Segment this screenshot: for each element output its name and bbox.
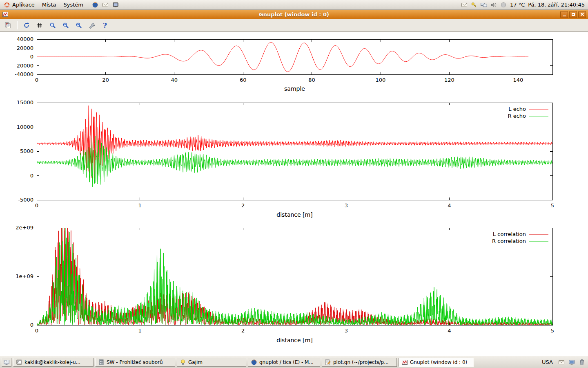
- task-button-gnuplot[interactable]: Gnuplot (window id : 0): [399, 358, 474, 367]
- svg-text:0: 0: [35, 77, 38, 83]
- svg-text:1: 1: [138, 328, 141, 334]
- gnuplot-canvas[interactable]: 020406080100120140-40000-200000200004000…: [0, 32, 588, 356]
- magnifier-icon: [49, 22, 56, 29]
- panel-status-area: 17 °C Pá, 18. září, 21:40:45: [461, 2, 588, 8]
- x-axis-label: distance [m]: [276, 337, 312, 343]
- zoom-in-magnifier-icon: [76, 22, 82, 29]
- svg-text:4: 4: [448, 202, 451, 209]
- ubuntu-logo-icon: [4, 2, 10, 8]
- gnome-bottom-panel: kaklik@kaklik-kolej-u... SW - Prohlížeč …: [0, 356, 588, 368]
- svg-text:-5000: -5000: [18, 197, 33, 203]
- keyboard-layout-indicator[interactable]: USA: [540, 359, 555, 365]
- toggle-grid-button[interactable]: [34, 20, 45, 30]
- svg-text:10000: 10000: [17, 124, 33, 130]
- svg-text:20: 20: [102, 77, 109, 83]
- help-question-icon: ?: [103, 21, 107, 29]
- volume-icon[interactable]: [490, 2, 497, 8]
- menu-system[interactable]: Systém: [60, 0, 87, 9]
- task-label: Gajim: [188, 359, 243, 365]
- show-desktop-icon: [3, 359, 10, 366]
- task-button-text-editor[interactable]: plot.gn (~/projects/p...: [322, 358, 397, 367]
- firefox-launcher-icon[interactable]: [92, 2, 98, 8]
- autoscale-button[interactable]: [47, 20, 58, 30]
- close-button[interactable]: [578, 11, 586, 18]
- series-chirp-signal: [37, 43, 528, 72]
- svg-text:2e+09: 2e+09: [16, 224, 33, 231]
- copy-plot-button[interactable]: [2, 20, 13, 30]
- svg-text:60: 60: [240, 77, 247, 83]
- clock-applet[interactable]: Pá, 18. září, 21:40:45: [528, 2, 585, 8]
- replot-button[interactable]: [21, 20, 32, 30]
- minimize-button[interactable]: [560, 11, 568, 18]
- svg-text:4: 4: [448, 328, 451, 334]
- tray-screen-icon[interactable]: [568, 359, 575, 366]
- task-label: gnuplot / tics (E) - M...: [259, 359, 317, 365]
- zoom-next-button[interactable]: [74, 20, 84, 30]
- task-button-terminal[interactable]: kaklik@kaklik-kolej-u...: [13, 358, 94, 367]
- display-settings-icon[interactable]: [481, 2, 487, 8]
- configure-button[interactable]: [87, 20, 97, 30]
- wrench-icon: [89, 22, 95, 29]
- menu-applications[interactable]: Aplikace: [0, 0, 38, 9]
- x-axis-label: sample: [284, 85, 305, 92]
- temperature-label[interactable]: 17 °C: [510, 2, 525, 8]
- screen-launcher-icon[interactable]: [112, 2, 119, 8]
- task-label: plot.gn (~/projects/p...: [333, 359, 394, 365]
- gajim-lightbulb-icon: [180, 359, 186, 366]
- svg-text:40000: 40000: [17, 36, 33, 42]
- menu-places[interactable]: Místa: [38, 0, 60, 9]
- minimize-icon: [563, 16, 566, 16]
- panel-menus: Aplikace Místa Systém: [0, 0, 119, 9]
- window-controls: [560, 11, 586, 18]
- svg-text:20000: 20000: [17, 45, 33, 51]
- svg-text:-40000: -40000: [15, 71, 33, 77]
- replot-refresh-icon: [23, 22, 30, 29]
- legend-label: R correlation: [492, 238, 526, 244]
- svg-text:15000: 15000: [17, 99, 33, 105]
- svg-text:3: 3: [345, 202, 348, 209]
- task-button-firefox[interactable]: gnuplot / tics (E) - M...: [248, 358, 320, 367]
- svg-text:5: 5: [551, 328, 554, 334]
- svg-text:5: 5: [551, 202, 554, 209]
- series-l-correlation: [37, 228, 552, 325]
- svg-text:0: 0: [35, 202, 38, 209]
- task-button-file-manager[interactable]: SW - Prohlížeč souborů: [95, 358, 175, 367]
- firefox-icon: [251, 359, 257, 366]
- window-title: Gnuplot (window id : 0): [0, 11, 588, 18]
- gnome-top-panel: Aplikace Místa Systém 17 °C Pá, 18. září…: [0, 0, 588, 10]
- trash-icon[interactable]: [579, 359, 585, 366]
- svg-text:40: 40: [171, 77, 178, 83]
- window-titlebar[interactable]: Gnuplot (window id : 0): [0, 10, 588, 19]
- legend-label: R echo: [508, 113, 526, 119]
- svg-text:100: 100: [376, 77, 386, 83]
- menu-applications-label: Aplikace: [12, 2, 35, 8]
- text-editor-icon: [325, 359, 331, 366]
- grid-icon: [36, 22, 43, 29]
- x-axis-label: distance [m]: [276, 211, 312, 218]
- panel-launchers: [92, 2, 119, 8]
- zoom-previous-button[interactable]: [60, 20, 71, 30]
- svg-text:0: 0: [30, 54, 33, 60]
- mail-notification-icon[interactable]: [461, 2, 468, 8]
- mail-launcher-icon[interactable]: [102, 2, 109, 8]
- gnuplot-window-icon[interactable]: [2, 11, 9, 18]
- tray-mail-icon[interactable]: [558, 359, 565, 366]
- series-r-correlation: [37, 228, 552, 325]
- task-label: kaklik@kaklik-kolej-u...: [24, 359, 91, 365]
- svg-text:0: 0: [35, 328, 38, 334]
- keyring-icon[interactable]: [471, 2, 477, 8]
- weather-icon[interactable]: [500, 2, 507, 8]
- svg-text:1e+09: 1e+09: [16, 273, 33, 279]
- legend-label: L echo: [508, 106, 526, 112]
- file-manager-icon: [98, 359, 105, 366]
- svg-text:2: 2: [241, 202, 245, 209]
- maximize-button[interactable]: [569, 11, 577, 18]
- gnuplot-toolbar: ?: [0, 19, 588, 32]
- svg-text:3: 3: [345, 328, 348, 334]
- terminal-icon: [16, 359, 22, 366]
- svg-text:120: 120: [444, 77, 454, 83]
- show-desktop-button[interactable]: [2, 358, 11, 367]
- help-button[interactable]: ?: [100, 20, 110, 30]
- gnuplot-plot-area[interactable]: 020406080100120140-40000-200000200004000…: [0, 32, 588, 356]
- task-button-gajim[interactable]: Gajim: [177, 358, 246, 367]
